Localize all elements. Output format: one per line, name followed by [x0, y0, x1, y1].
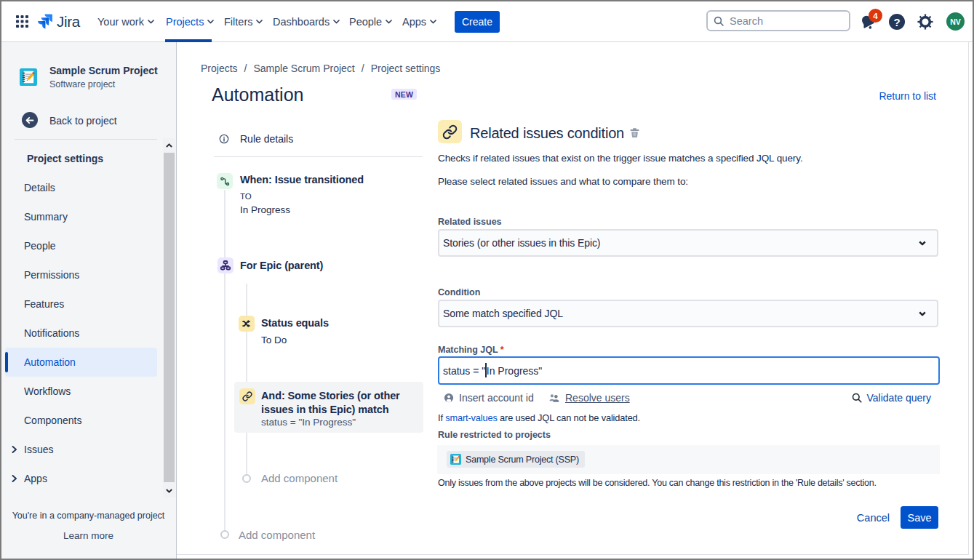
jira-logo-text[interactable]: Jira — [57, 13, 80, 31]
select-value: Some match specified JQL — [443, 308, 563, 319]
project-avatar-icon — [450, 454, 461, 465]
jql-input[interactable]: status = "In Progress" — [438, 356, 940, 385]
nav-label: Filters — [224, 16, 252, 28]
related-issues-icon — [239, 388, 255, 404]
create-button[interactable]: Create — [455, 11, 500, 33]
learn-more-link[interactable]: Learn more — [1, 530, 175, 541]
add-component-circle-icon[interactable] — [242, 474, 251, 483]
add-component-circle-icon[interactable] — [220, 530, 229, 539]
add-component-outer[interactable]: Add component — [239, 529, 315, 541]
nav-label: Your work — [97, 16, 144, 28]
user-circle-icon — [444, 393, 454, 403]
sidebar-item-permissions[interactable]: Permissions — [1, 260, 163, 289]
nav-filters[interactable]: Filters — [224, 1, 263, 41]
scrollbar-thumb[interactable] — [164, 153, 175, 482]
sidebar-scrollbar[interactable] — [163, 138, 175, 497]
jira-window: Jira Your work Projects Filters Dashboar… — [0, 0, 974, 560]
cancel-button[interactable]: Cancel — [857, 512, 890, 524]
search-icon — [852, 393, 862, 403]
resolve-users-button[interactable]: Resolve users — [548, 392, 630, 404]
sidebar-item-automation[interactable]: Automation — [1, 348, 163, 377]
trigger-title[interactable]: When: Issue transitioned — [240, 174, 364, 185]
sidebar-item-summary[interactable]: Summary — [1, 202, 163, 231]
chevron-up-icon — [166, 143, 172, 148]
selected-component-title: And: Some Stories (or other issues in th… — [261, 389, 418, 417]
breadcrumb-project-settings[interactable]: Project settings — [371, 63, 441, 74]
selected-component-card[interactable]: And: Some Stories (or other issues in th… — [234, 382, 423, 433]
search-input[interactable] — [730, 15, 831, 27]
menu-item-label: Project settings — [27, 153, 103, 164]
selected-item-bar — [5, 352, 8, 372]
condition-title[interactable]: Status equals — [261, 317, 329, 329]
trash-icon[interactable] — [630, 127, 639, 140]
rule-details-link[interactable]: Rule details — [240, 133, 293, 145]
insert-account-id-label: Insert account id — [459, 392, 534, 404]
top-navigation-bar: Jira Your work Projects Filters Dashboar… — [1, 1, 973, 42]
validate-query-button[interactable]: Validate query — [852, 392, 931, 404]
sidebar-item-notifications[interactable]: Notifications — [1, 319, 163, 348]
nav-your-work[interactable]: Your work — [97, 1, 154, 41]
info-icon[interactable] — [219, 134, 229, 147]
add-component-inner[interactable]: Add component — [261, 472, 338, 484]
sidebar-item-project-settings: Project settings — [1, 144, 163, 173]
scroll-up-button[interactable] — [163, 138, 175, 152]
sidebar-item-components[interactable]: Components — [1, 406, 163, 435]
smart-values-link[interactable]: smart-values — [445, 412, 497, 423]
menu-item-label: Automation — [24, 356, 76, 368]
branch-title[interactable]: For Epic (parent) — [240, 260, 323, 271]
resolve-users-label: Resolve users — [565, 392, 630, 404]
user-avatar[interactable]: NV — [946, 12, 965, 31]
restricted-projects-strip: Sample Scrum Project (SSP) — [437, 445, 940, 474]
menu-item-label: Summary — [24, 211, 68, 223]
branch-icon[interactable] — [217, 257, 233, 273]
nav-label: Projects — [166, 16, 204, 28]
menu-item-label: Issues — [24, 444, 53, 455]
insert-account-id-button[interactable]: Insert account id — [444, 392, 534, 404]
search-box[interactable] — [706, 10, 850, 31]
menu-item-label: Permissions — [24, 269, 79, 281]
save-button[interactable]: Save — [901, 506, 938, 529]
rule-restricted-label: Rule restricted to projects — [438, 430, 551, 440]
page-title: Automation — [212, 84, 303, 105]
nav-projects[interactable]: Projects — [166, 1, 214, 41]
related-issues-label: Related issues — [438, 217, 502, 227]
scroll-down-button[interactable] — [163, 484, 175, 497]
sidebar-item-workflows[interactable]: Workflows — [1, 377, 163, 406]
breadcrumb: Projects / Sample Scrum Project / Projec… — [201, 63, 440, 74]
automation-page: Projects / Sample Scrum Project / Projec… — [177, 42, 969, 555]
trigger-icon[interactable] — [217, 173, 233, 189]
sidebar-item-issues[interactable]: Issues — [1, 435, 163, 464]
chevron-down-icon — [919, 311, 926, 316]
nav-people[interactable]: People — [349, 1, 392, 41]
select-value: Stories (or other issues in this Epic) — [443, 237, 600, 249]
sidebar-item-people[interactable]: People — [1, 231, 163, 260]
sidebar-item-features[interactable]: Features — [1, 289, 163, 319]
condition-icon[interactable] — [239, 316, 255, 332]
related-issues-select[interactable]: Stories (or other issues in this Epic) — [438, 229, 938, 257]
search-icon — [714, 16, 724, 26]
settings-gear-icon[interactable] — [917, 14, 933, 33]
chevron-down-icon — [386, 20, 392, 24]
back-to-project-label[interactable]: Back to project — [49, 115, 117, 127]
sidebar-item-apps[interactable]: Apps — [1, 464, 163, 493]
jira-logo-icon[interactable] — [38, 14, 52, 32]
condition-select[interactable]: Some match specified JQL — [438, 300, 938, 327]
breadcrumb-projects[interactable]: Projects — [201, 63, 238, 74]
project-type-note: You're in a company-managed project — [1, 511, 175, 521]
app-switcher-icon[interactable] — [16, 15, 28, 31]
chevron-right-icon — [12, 475, 17, 482]
return-to-list-link[interactable]: Return to list — [879, 90, 936, 102]
project-avatar-icon — [20, 68, 37, 89]
project-chip[interactable]: Sample Scrum Project (SSP) — [447, 451, 585, 468]
back-arrow-icon[interactable] — [22, 112, 38, 128]
breadcrumb-project[interactable]: Sample Scrum Project — [253, 63, 354, 74]
notifications-count-badge[interactable]: 4 — [869, 9, 882, 23]
help-icon[interactable]: ? — [889, 14, 905, 30]
main-content: Projects / Sample Scrum Project / Projec… — [177, 42, 973, 559]
condition-sub: To Do — [261, 335, 287, 345]
description-line2: Please select related issues and what to… — [438, 176, 688, 187]
nav-apps[interactable]: Apps — [402, 1, 436, 41]
sidebar-item-details[interactable]: Details — [1, 173, 163, 202]
nav-dashboards[interactable]: Dashboards — [273, 1, 340, 41]
chevron-down-icon — [148, 20, 154, 24]
